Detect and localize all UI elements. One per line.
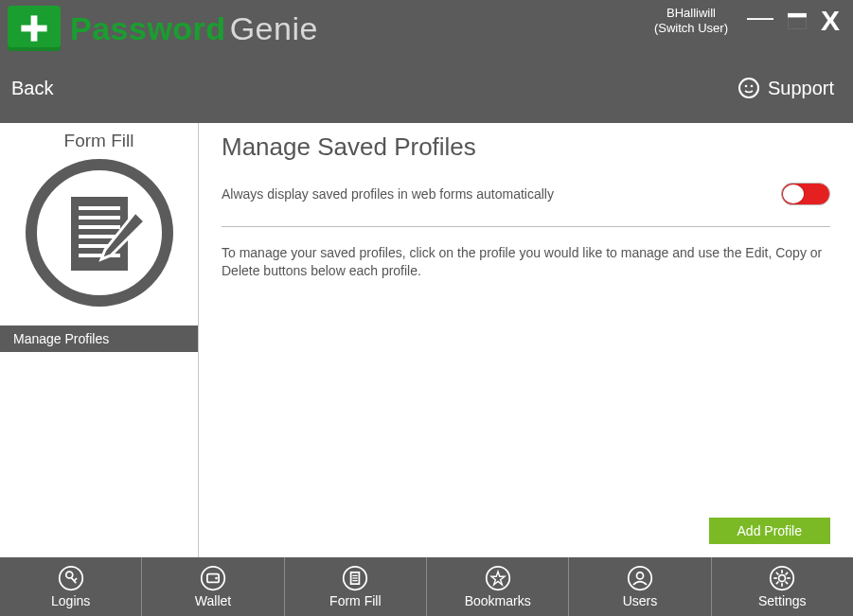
svg-point-4 [739,79,758,97]
nav-form-fill[interactable]: Form Fill [285,557,427,616]
nav-logins[interactable]: Logins [0,557,142,616]
nav-label: Wallet [195,593,231,608]
content-area: Manage Saved Profiles Always display sav… [199,123,853,557]
header-bar: Back Support [0,61,853,123]
maximize-button[interactable] [787,12,808,29]
add-profile-button[interactable]: Add Profile [709,518,830,544]
svg-marker-29 [491,572,505,585]
nav-bookmarks[interactable]: Bookmarks [427,557,569,616]
nav-label: Settings [758,593,807,608]
user-name: BHalliwill [654,6,728,21]
plus-icon [8,6,61,51]
svg-line-39 [786,582,789,585]
gear-icon [769,565,795,591]
svg-rect-3 [788,17,807,28]
nav-settings[interactable]: Settings [712,557,853,616]
svg-point-5 [745,85,748,88]
svg-line-19 [74,578,77,581]
svg-line-38 [776,572,779,575]
sidebar-title: Form Fill [64,131,134,151]
bottom-nav: Logins Wallet Form Fill Bookmarks Users … [0,557,853,616]
support-label: Support [768,78,834,99]
sidebar-item-label: Manage Profiles [13,331,109,346]
form-fill-icon [24,157,175,308]
nav-label: Logins [51,593,90,608]
wallet-icon [200,565,226,591]
brand-light: Genie [230,10,318,46]
page-heading: Manage Saved Profiles [222,132,830,162]
svg-point-33 [779,575,786,582]
support-icon [737,77,760,99]
nav-label: Form Fill [329,593,381,608]
user-icon [627,565,653,591]
title-bar: PasswordGenie BHalliwill (Switch User) —… [0,0,853,61]
svg-rect-1 [21,26,46,32]
svg-point-20 [202,567,225,590]
svg-line-40 [786,572,789,575]
toggle-knob [783,185,804,203]
support-button[interactable]: Support [737,77,834,99]
app-title: PasswordGenie [70,10,318,47]
svg-point-31 [636,572,643,579]
sidebar: Form Fill Manage Profiles [0,123,199,557]
svg-point-6 [751,85,754,88]
nav-label: Users [623,593,658,608]
svg-point-22 [215,577,218,580]
divider [222,226,830,227]
sidebar-item-manage-profiles[interactable]: Manage Profiles [0,326,198,352]
toggle-label: Always display saved profiles in web for… [222,186,554,202]
star-icon [485,565,511,591]
description-text: To manage your saved profiles, click on … [222,244,830,280]
switch-user-link[interactable]: (Switch User) [654,21,728,36]
svg-line-41 [776,582,779,585]
brand-bold: Password [70,10,226,46]
key-icon [58,565,84,591]
main-area: Form Fill Manage Profiles Manage Saved P… [0,123,853,557]
back-button[interactable]: Back [11,78,53,99]
nav-wallet[interactable]: Wallet [142,557,284,616]
user-block[interactable]: BHalliwill (Switch User) [654,6,728,35]
auto-display-toggle[interactable] [781,183,830,205]
nav-users[interactable]: Users [569,557,711,616]
toggle-row: Always display saved profiles in web for… [222,183,830,205]
form-icon [342,565,368,591]
nav-label: Bookmarks [465,593,531,608]
minimize-button[interactable]: — [747,2,773,32]
app-logo: PasswordGenie [8,6,318,51]
close-button[interactable]: X [821,7,840,35]
